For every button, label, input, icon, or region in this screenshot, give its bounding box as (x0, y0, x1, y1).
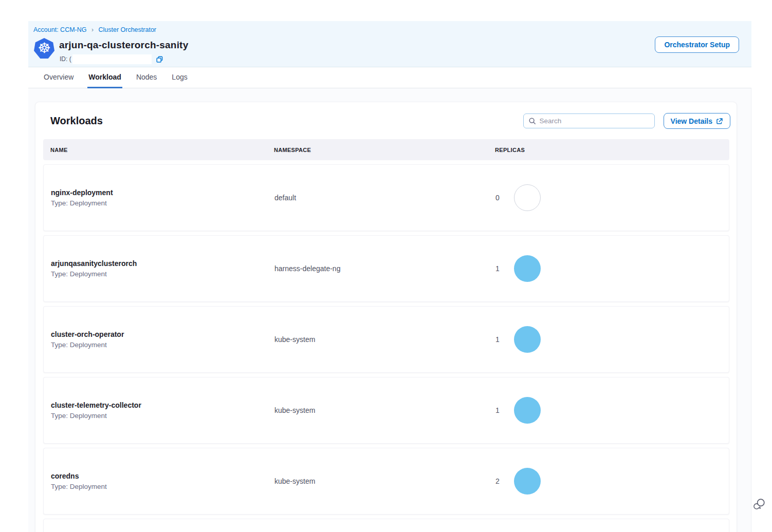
column-header-replicas: REPLICAS (495, 147, 729, 153)
workloads-title: Workloads (50, 115, 103, 127)
workload-type: Type: Deployment (51, 199, 274, 207)
replica-count: 0 (495, 194, 501, 202)
cluster-id-label: ID: ( (60, 55, 71, 63)
table-row[interactable]: cluster-telemetry-collector Type: Deploy… (43, 377, 729, 444)
replicas-cell: 1 (495, 255, 729, 282)
external-link-icon (716, 118, 723, 125)
orchestrator-setup-button[interactable]: Orchestrator Setup (655, 36, 739, 53)
workload-type: Type: Deployment (51, 270, 274, 278)
replica-status-circle (514, 468, 541, 495)
page-title: arjun-qa-clusterorch-sanity (59, 40, 188, 51)
replica-status-circle (514, 326, 541, 353)
workload-namespace: default (274, 194, 495, 202)
workload-name-cell: nginx-deployment Type: Deployment (51, 188, 274, 207)
replica-status-circle (514, 184, 541, 211)
cluster-id-redacted-value (72, 54, 152, 64)
tabs-bar: Overview Workload Nodes Logs (28, 67, 751, 88)
replica-count: 1 (495, 264, 501, 273)
breadcrumb-current-link[interactable]: Cluster Orchestrator (98, 26, 156, 33)
chat-bubble-icon[interactable] (751, 496, 767, 511)
workloads-panel: Workloads View Details (35, 102, 737, 532)
breadcrumb: Account: CCM-NG › Cluster Orchestrator (33, 26, 156, 33)
workload-name: coredns (51, 472, 274, 480)
search-input[interactable] (540, 117, 650, 125)
replica-status-circle (514, 255, 541, 282)
table-row[interactable]: coredns Type: Deployment kube-system 2 (43, 448, 729, 515)
search-box[interactable] (523, 113, 655, 128)
cluster-id-row: ID: ( (60, 54, 163, 64)
page-container: Account: CCM-NG › Cluster Orchestrator ☸… (28, 21, 751, 532)
kubernetes-icon: ☸ (34, 38, 54, 59)
workload-type: Type: Deployment (51, 483, 274, 490)
workload-namespace: harness-delegate-ng (274, 264, 495, 273)
tab-nodes[interactable]: Nodes (135, 67, 158, 88)
content-area: Workloads View Details (28, 88, 751, 532)
workload-name-cell: cluster-orch-operator Type: Deployment (51, 330, 274, 349)
replicas-cell: 1 (495, 326, 729, 353)
tab-logs[interactable]: Logs (171, 67, 188, 88)
replica-status-circle (514, 397, 541, 424)
workload-namespace: kube-system (274, 477, 495, 485)
copy-icon[interactable] (156, 55, 163, 63)
table-row[interactable]: cluster-orch-operator Type: Deployment k… (43, 306, 729, 373)
workload-name: nginx-deployment (51, 188, 274, 197)
workload-name-cell: coredns Type: Deployment (51, 472, 274, 490)
table-row[interactable]: nginx-deployment Type: Deployment defaul… (43, 164, 729, 231)
replica-count: 2 (495, 477, 501, 485)
replica-count: 1 (495, 335, 501, 344)
kubernetes-glyph: ☸ (38, 41, 50, 55)
breadcrumb-chevron: › (91, 26, 94, 33)
table-header: NAME NAMESPACE REPLICAS (43, 139, 729, 160)
workload-name-cell: arjunqasanityclusterorch Type: Deploymen… (51, 259, 274, 278)
table-row-partial[interactable] (43, 519, 729, 532)
workload-namespace: kube-system (274, 406, 495, 414)
workload-name: arjunqasanityclusterorch (51, 259, 274, 268)
workload-namespace: kube-system (274, 335, 495, 344)
replicas-cell: 1 (495, 397, 729, 424)
cluster-header: Account: CCM-NG › Cluster Orchestrator ☸… (28, 21, 751, 67)
workload-name: cluster-orch-operator (51, 330, 274, 338)
search-icon (528, 117, 536, 125)
workload-name-cell: cluster-telemetry-collector Type: Deploy… (51, 401, 274, 420)
view-details-button[interactable]: View Details (664, 113, 730, 129)
breadcrumb-account-link[interactable]: Account: CCM-NG (33, 26, 87, 33)
replicas-cell: 0 (495, 184, 729, 211)
tab-overview[interactable]: Overview (43, 67, 75, 88)
view-details-label: View Details (671, 117, 712, 125)
table-row[interactable]: arjunqasanityclusterorch Type: Deploymen… (43, 235, 729, 302)
column-header-namespace: NAMESPACE (274, 147, 495, 153)
workloads-panel-header: Workloads View Details (35, 102, 737, 129)
replicas-cell: 2 (495, 468, 729, 495)
workload-name: cluster-telemetry-collector (51, 401, 274, 409)
column-header-name: NAME (50, 147, 274, 153)
replica-count: 1 (495, 406, 501, 414)
workload-type: Type: Deployment (51, 341, 274, 349)
tab-workload[interactable]: Workload (87, 67, 122, 88)
workload-type: Type: Deployment (51, 412, 274, 420)
